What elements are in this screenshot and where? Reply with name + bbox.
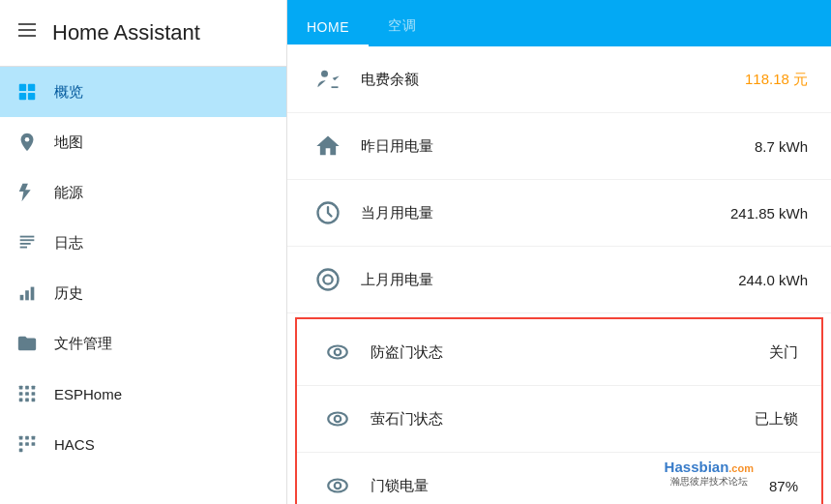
svg-rect-11: [20, 243, 31, 245]
svg-point-40: [328, 480, 347, 492]
app-title: Home Assistant: [52, 20, 200, 45]
sensor-row-door-battery: 门锁电量 87%: [297, 453, 821, 504]
svg-rect-4: [28, 84, 35, 91]
content-area: 电费余额 118.18 元 昨日用电量 8.7 kWh 当月用电量 241.85…: [287, 46, 831, 504]
svg-rect-5: [19, 93, 26, 100]
door-battery-icon: [320, 468, 355, 503]
sidebar-nav: 概览 地图 能源: [0, 67, 286, 504]
current-month-value: 241.85 kWh: [730, 205, 808, 222]
svg-point-35: [323, 275, 332, 283]
sidebar-item-map[interactable]: 地图: [0, 117, 286, 167]
sensor-row-last-month: 上月用电量 244.0 kWh: [287, 247, 831, 313]
svg-rect-27: [32, 436, 36, 440]
svg-rect-31: [19, 449, 23, 453]
svg-rect-16: [19, 386, 23, 390]
svg-point-36: [328, 346, 347, 359]
svg-rect-24: [32, 399, 36, 402]
tab-ac[interactable]: 空调: [369, 6, 435, 46]
svg-point-38: [328, 413, 347, 426]
sidebar-item-overview[interactable]: 概览: [0, 67, 286, 117]
svg-rect-1: [18, 29, 36, 31]
sidebar-label-log: 日志: [54, 234, 83, 252]
svg-rect-25: [19, 436, 23, 440]
svg-rect-21: [32, 392, 36, 396]
mornithstone-icon: [320, 401, 355, 436]
sensor-row-antitheft: 防盗门状态 关门: [297, 319, 821, 386]
yesterday-usage-value: 8.7 kWh: [755, 138, 808, 155]
sidebar-item-energy[interactable]: 能源: [0, 167, 286, 218]
energy-icon: [15, 181, 39, 204]
sidebar-item-hacs[interactable]: HACS: [0, 419, 286, 469]
sidebar-item-esphome[interactable]: ESPHome: [0, 369, 286, 419]
antitheft-name: 防盗门状态: [371, 343, 769, 362]
esphome-icon: [15, 382, 39, 405]
svg-point-32: [321, 71, 328, 77]
file-icon: [15, 332, 39, 355]
sidebar-header: Home Assistant: [0, 0, 286, 67]
svg-rect-22: [19, 399, 23, 402]
svg-rect-15: [31, 287, 35, 301]
svg-rect-6: [28, 93, 35, 100]
svg-rect-23: [25, 399, 29, 402]
mornithstone-value: 已上锁: [755, 410, 798, 429]
sidebar: Home Assistant 概览: [0, 0, 287, 504]
sidebar-label-file: 文件管理: [54, 335, 112, 353]
svg-point-8: [25, 137, 30, 142]
svg-rect-29: [25, 442, 29, 446]
sidebar-label-hacs: HACS: [54, 436, 95, 453]
door-battery-value: 87%: [769, 478, 798, 494]
overview-icon: [15, 80, 39, 104]
svg-rect-0: [18, 23, 36, 25]
svg-point-39: [335, 416, 341, 423]
sensor-row-yesterday-usage: 昨日用电量 8.7 kWh: [287, 113, 831, 180]
svg-rect-10: [20, 239, 35, 241]
svg-rect-14: [25, 290, 29, 300]
svg-rect-19: [19, 392, 23, 396]
sensor-row-mornithstone: 萤石门状态 已上锁: [297, 386, 821, 453]
current-month-icon: [311, 195, 345, 230]
yesterday-usage-icon: [311, 129, 345, 163]
highlighted-sensors-box: 防盗门状态 关门 萤石门状态 已上锁: [295, 317, 823, 504]
hacs-icon: [15, 432, 39, 456]
sidebar-label-esphome: ESPHome: [54, 386, 122, 402]
sidebar-label-energy: 能源: [54, 184, 83, 202]
sidebar-label-history: 历史: [54, 284, 83, 303]
sensor-row-current-month: 当月用电量 241.85 kWh: [287, 180, 831, 247]
svg-point-34: [318, 270, 339, 290]
map-icon: [15, 131, 39, 154]
sidebar-item-log[interactable]: 日志: [0, 218, 286, 268]
electricity-balance-name: 电费余额: [361, 71, 745, 89]
antitheft-value: 关门: [769, 343, 798, 362]
svg-rect-26: [25, 436, 29, 440]
history-icon: [15, 282, 39, 305]
svg-rect-30: [32, 442, 36, 446]
last-month-name: 上月用电量: [361, 271, 738, 289]
antitheft-icon: [320, 335, 355, 370]
door-battery-name: 门锁电量: [371, 477, 769, 495]
sidebar-label-overview: 概览: [54, 83, 83, 102]
sidebar-label-map: 地图: [54, 133, 83, 152]
svg-rect-20: [25, 392, 29, 396]
svg-rect-2: [18, 35, 36, 37]
svg-rect-18: [32, 386, 36, 390]
mornithstone-name: 萤石门状态: [371, 410, 755, 429]
svg-rect-13: [20, 295, 24, 301]
svg-rect-9: [20, 236, 35, 238]
sidebar-item-history[interactable]: 历史: [0, 268, 286, 318]
electricity-balance-icon: [311, 62, 345, 97]
sensor-row-electricity-balance: 电费余额 118.18 元: [287, 46, 831, 113]
menu-icon[interactable]: [15, 18, 39, 47]
log-icon: [15, 231, 39, 254]
main-content: HOME 空调 电费余额 118.18 元: [287, 0, 831, 504]
current-month-name: 当月用电量: [361, 204, 730, 222]
svg-point-37: [335, 349, 341, 356]
tab-home[interactable]: HOME: [287, 8, 369, 46]
last-month-value: 244.0 kWh: [738, 272, 808, 288]
tabs-bar: HOME 空调: [287, 0, 831, 46]
svg-rect-17: [25, 386, 29, 390]
svg-point-41: [335, 483, 341, 489]
sidebar-item-file[interactable]: 文件管理: [0, 318, 286, 369]
last-month-icon: [311, 262, 345, 297]
svg-rect-3: [19, 84, 26, 91]
yesterday-usage-name: 昨日用电量: [361, 137, 755, 156]
